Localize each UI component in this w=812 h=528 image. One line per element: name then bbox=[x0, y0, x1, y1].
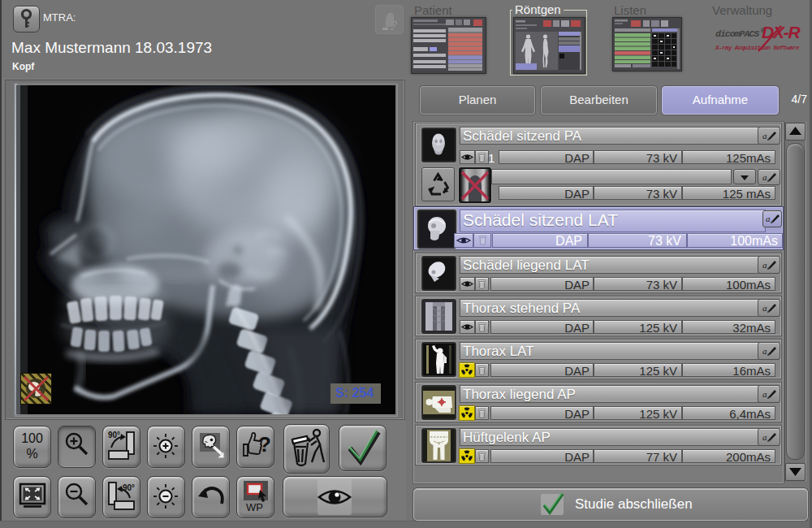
svg-text:a: a bbox=[762, 172, 767, 182]
svg-text:a: a bbox=[762, 303, 767, 313]
svg-text:a: a bbox=[762, 260, 767, 270]
svg-text:DX-R: DX-R bbox=[762, 23, 801, 41]
svg-text:a: a bbox=[762, 131, 767, 141]
svg-text:?: ? bbox=[392, 19, 397, 29]
svg-text:dicomPACS: dicomPACS bbox=[715, 28, 759, 39]
svg-text:X-ray Acquisition Software: X-ray Acquisition Software bbox=[715, 45, 800, 51]
svg-text:a: a bbox=[766, 214, 771, 223]
svg-text:a: a bbox=[762, 389, 767, 399]
svg-text:WP: WP bbox=[246, 501, 263, 513]
svg-text:?: ? bbox=[258, 432, 271, 457]
svg-text:a: a bbox=[762, 432, 767, 442]
svg-text:a: a bbox=[762, 346, 767, 356]
